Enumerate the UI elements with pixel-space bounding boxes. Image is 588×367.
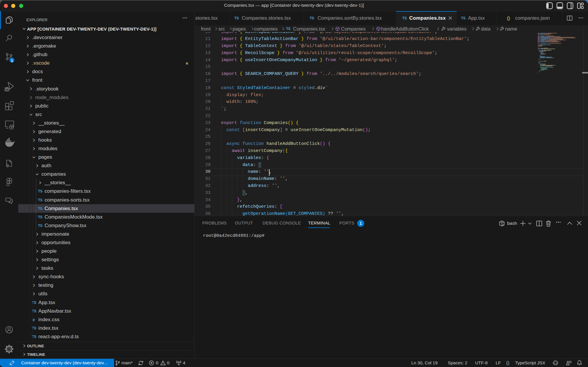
svg-text:$: $ (502, 224, 504, 226)
